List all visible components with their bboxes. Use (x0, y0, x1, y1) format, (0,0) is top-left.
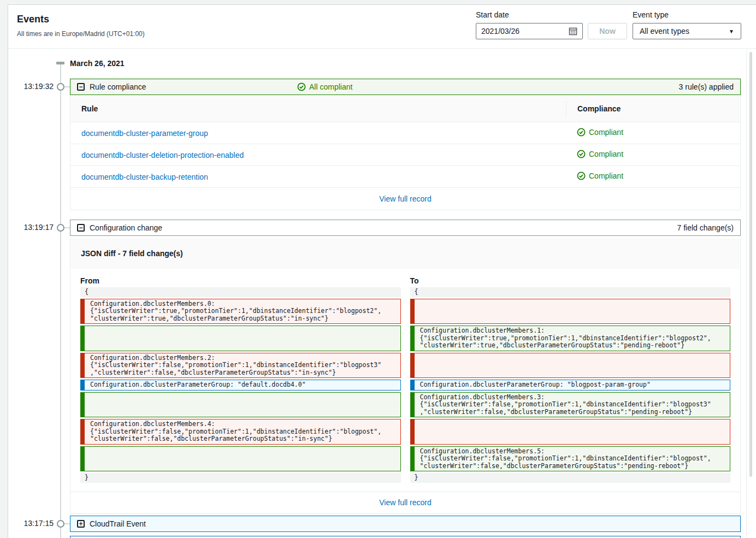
collapse-icon-glyph: − (79, 225, 82, 230)
rule-compliance-header[interactable]: − Rule compliance All compliant 3 rule(s… (70, 79, 741, 95)
diff-open-brace: { (410, 287, 731, 297)
diff-removed-block: Configuration.dbclusterMembers.0: {"isCl… (80, 299, 401, 324)
configuration-change-footer: View full record (70, 492, 740, 513)
card-header: Events All times are in Europe/Madrid (U… (8, 5, 756, 49)
to-label: To (410, 276, 731, 285)
diff-modified-block: Configuration.dbclusterParameterGroup: "… (410, 380, 731, 391)
configuration-change-body: JSON diff - 7 field change(s) From To { … (70, 238, 741, 514)
compliance-status: Compliant (577, 128, 623, 137)
diff-removed-block: Configuration.dbclusterMembers.2: {"isCl… (80, 353, 401, 379)
expand-icon[interactable]: + (77, 520, 85, 528)
timeline-connector (64, 523, 70, 524)
rule-column-header: Rule (70, 104, 566, 113)
timeline-connector (64, 227, 70, 228)
collapse-icon[interactable]: − (77, 224, 85, 232)
event-type-value: All event types (640, 27, 729, 36)
diff-added-empty-block (80, 446, 401, 472)
event-time: 13:19:17 (8, 223, 54, 232)
calendar-icon[interactable] (569, 27, 577, 36)
start-date-input[interactable]: 2021/03/26 (476, 23, 583, 39)
start-date-value: 2021/03/26 (481, 27, 569, 36)
json-diff-band: JSON diff - 7 field change(s) (70, 238, 740, 269)
diff-modified-block: Configuration.dbclusterParameterGroup: "… (80, 380, 401, 391)
next-event-header[interactable] (70, 536, 741, 538)
field-change-count: 7 field change(s) (677, 223, 734, 232)
timeline-dot (57, 224, 64, 232)
rules-table-header: Rule Compliance (70, 95, 740, 122)
diff-close-brace: } (410, 473, 731, 483)
diff-added-empty-block (80, 392, 401, 418)
json-diff-title: JSON diff - 7 field change(s) (81, 249, 183, 258)
timezone-note: All times are in Europe/Madrid (UTC+01:0… (17, 30, 145, 38)
page-title: Events (17, 14, 49, 25)
compliance-column-header: Compliance (566, 101, 740, 116)
diff-added-block: Configuration.dbclusterMembers.3: {"isCl… (410, 392, 731, 418)
configuration-change-panel: − Configuration change 7 field change(s)… (70, 220, 741, 514)
check-circle-icon (577, 172, 586, 180)
diff-removed-empty-block (410, 419, 731, 445)
rules-applied-count: 3 rule(s) applied (679, 82, 734, 91)
check-circle-icon (577, 128, 586, 137)
compliance-status: Compliant (577, 150, 623, 158)
check-circle-icon (577, 150, 586, 158)
diff-removed-empty-block (410, 353, 731, 379)
table-row: documentdb-cluster-parameter-group Compl… (70, 122, 740, 144)
compliance-label: Compliant (589, 172, 623, 180)
diff-added-block: Configuration.dbclusterMembers.5: {"isCl… (410, 446, 731, 472)
timeline-start-marker (56, 62, 64, 64)
caret-down-icon: ▼ (729, 28, 734, 34)
compliance-label: Compliant (589, 128, 623, 137)
table-row: documentdb-cluster-deletion-protection-e… (70, 144, 740, 166)
table-row: documentdb-cluster-backup-retention Comp… (70, 166, 740, 188)
event-type-select[interactable]: All event types ▼ (633, 23, 741, 39)
diff-removed-empty-block (410, 299, 731, 324)
compliance-label: Compliant (589, 150, 623, 158)
diff-added-empty-block (80, 326, 401, 351)
compliance-status: Compliant (577, 172, 623, 180)
rule-compliance-footer: View full record (70, 188, 740, 210)
rule-link[interactable]: documentdb-cluster-parameter-group (81, 129, 208, 138)
timeline-rail (60, 62, 61, 538)
rule-link[interactable]: documentdb-cluster-backup-retention (81, 173, 208, 181)
rule-link[interactable]: documentdb-cluster-deletion-protection-e… (81, 151, 244, 159)
start-date-label: Start date (476, 10, 509, 19)
diff-added-block: Configuration.dbclusterMembers.1: {"isCl… (410, 326, 731, 351)
rule-compliance-panel: − Rule compliance All compliant 3 rule(s… (70, 79, 741, 210)
expand-icon-glyph: + (79, 521, 82, 527)
event-time: 13:19:32 (8, 82, 54, 91)
next-event-panel-partial (70, 536, 741, 538)
event-time: 13:17:15 (8, 519, 54, 528)
configuration-change-header[interactable]: − Configuration change 7 field change(s) (70, 220, 741, 236)
diff-column-labels: From To (70, 276, 740, 285)
rule-compliance-body: Rule Compliance documentdb-cluster-param… (70, 95, 741, 210)
rule-compliance-title: Rule compliance (90, 82, 146, 91)
collapse-icon[interactable]: − (77, 83, 85, 91)
timeline-date-header: March 26, 2021 (70, 59, 125, 68)
view-full-record-link[interactable]: View full record (379, 498, 431, 507)
scrollbar[interactable] (749, 52, 752, 477)
view-full-record-link[interactable]: View full record (379, 194, 431, 203)
diff-open-brace: { (80, 287, 401, 297)
check-circle-icon (297, 82, 306, 91)
timeline-dot (57, 520, 64, 528)
timeline-dot (57, 83, 64, 91)
scroll-area-divider (746, 49, 747, 538)
event-type-label: Event type (633, 10, 669, 19)
diff-close-brace: } (80, 473, 401, 483)
cloudtrail-event-header[interactable]: + CloudTrail Event (70, 516, 741, 532)
json-diff-grid: { { Configuration.dbclusterMembers.0: {"… (70, 287, 740, 483)
collapse-icon-glyph: − (79, 84, 82, 90)
from-label: From (80, 276, 401, 285)
cloudtrail-event-title: CloudTrail Event (90, 519, 146, 528)
events-page: Events All times are in Europe/Madrid (U… (0, 0, 756, 538)
configuration-change-title: Configuration change (90, 223, 162, 232)
now-button[interactable]: Now (588, 23, 627, 39)
cloudtrail-event-panel: + CloudTrail Event (70, 516, 741, 532)
timeline-connector (64, 86, 70, 87)
diff-removed-block: Configuration.dbclusterMembers.4: {"isCl… (80, 419, 401, 445)
all-compliant-badge: All compliant (297, 82, 352, 91)
all-compliant-label: All compliant (309, 82, 352, 91)
